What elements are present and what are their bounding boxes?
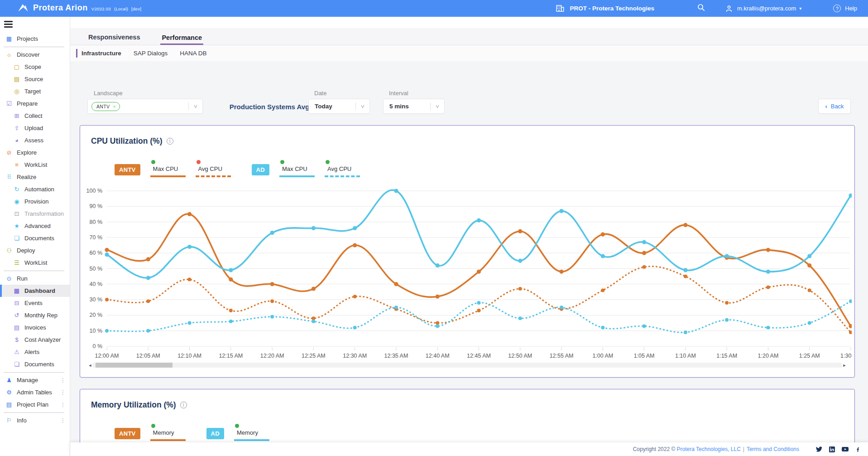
info-icon[interactable]: i xyxy=(167,138,173,145)
svg-text:70 %: 70 % xyxy=(90,234,103,241)
sidebar-item-label: Target xyxy=(24,88,41,95)
kebab-menu-icon[interactable]: ⋮ xyxy=(60,417,66,424)
sidebar-item-dashboard[interactable]: ▦Dashboard xyxy=(0,285,70,297)
sidebar-item-discover[interactable]: ☼Discover xyxy=(0,49,70,61)
sidebar-item-label: Transformation xyxy=(24,210,64,217)
subtab-infrastructure[interactable]: Infrastructure xyxy=(76,49,121,58)
sidebar-item-label: Advanced xyxy=(24,223,51,229)
sidebar-item-assess[interactable]: ◕Assess xyxy=(0,134,70,146)
sidebar-item-monthly-rep[interactable]: ↺Monthly Rep xyxy=(0,309,70,321)
legend-item[interactable]: Memory xyxy=(150,424,186,441)
sidebar-item-prepare[interactable]: ☑Prepare xyxy=(0,97,70,110)
legend-item[interactable]: Avg CPU xyxy=(325,160,360,177)
sidebar-item-label: WorkList xyxy=(24,259,47,266)
help-button[interactable]: ? Help xyxy=(833,5,857,12)
sidebar-item-projects[interactable]: ▦Projects xyxy=(0,32,70,45)
sidebar-item-admin-tables[interactable]: ⚙Admin Tables⋮ xyxy=(0,386,70,398)
svg-text:40 %: 40 % xyxy=(90,281,103,287)
sidebar-item-label: Manage xyxy=(17,377,38,383)
kebab-menu-icon[interactable]: ⋮ xyxy=(60,377,66,383)
date-select[interactable]: Today ∨ xyxy=(308,99,370,114)
gear-icon: ⚙ xyxy=(5,389,14,396)
menu-toggle-icon[interactable] xyxy=(0,17,70,32)
sidebar-item-invoices[interactable]: ▤Invoices xyxy=(0,321,70,334)
chevron-down-icon: ∨ xyxy=(354,103,372,109)
svg-text:12:10 AM: 12:10 AM xyxy=(177,353,201,359)
sidebar-item-documents-run[interactable]: ❏Documents xyxy=(0,358,70,370)
linkedin-icon[interactable] xyxy=(829,446,835,452)
copyright-text: Copyright 2022 © xyxy=(633,446,676,452)
legend-badge-ad: AD xyxy=(206,428,224,439)
sidebar-item-cost-analyzer[interactable]: $Cost Analyzer xyxy=(0,334,70,346)
sidebar-item-label: Source xyxy=(24,76,43,82)
tab-responsiveness[interactable]: Responsiveness xyxy=(87,34,141,45)
sidebar-item-project-plan[interactable]: ▤Project Plan⋮ xyxy=(0,398,70,411)
scrollbar-thumb[interactable] xyxy=(96,363,173,368)
eye-icon: ◉ xyxy=(12,198,21,205)
tab-performance[interactable]: Performance xyxy=(160,34,203,45)
target-icon: ◎ xyxy=(12,88,21,95)
sidebar-item-explore[interactable]: ⊘Explore xyxy=(0,146,70,159)
subtab-sap-dialogs[interactable]: SAP Dialogs xyxy=(134,49,168,58)
sidebar-item-worklist-explore[interactable]: ≡WorkList xyxy=(0,159,70,171)
clipboard-icon: ▤ xyxy=(5,401,14,408)
chevron-down-icon: ∨ xyxy=(187,103,205,109)
sidebar-item-label: Monthly Rep xyxy=(24,312,58,319)
sidebar-item-collect[interactable]: ⊞Collect xyxy=(0,110,70,122)
sidebar-item-run[interactable]: ⊙Run xyxy=(0,272,70,285)
dollar-icon: $ xyxy=(12,336,21,343)
sidebar-item-source[interactable]: ▤Source xyxy=(0,73,70,85)
sidebar-divider xyxy=(4,47,64,47)
sidebar-item-deploy[interactable]: ⚇Deploy xyxy=(0,244,70,257)
facebook-icon[interactable] xyxy=(855,446,861,452)
sidebar-item-transformation[interactable]: ⊡Transformation xyxy=(0,208,70,220)
sidebar-item-alerts[interactable]: ⚠Alerts xyxy=(0,346,70,358)
kebab-menu-icon[interactable]: ⋮ xyxy=(60,389,66,396)
sidebar-item-documents-realize[interactable]: ❏Documents xyxy=(0,232,70,244)
scroll-right-icon[interactable]: ► xyxy=(842,363,847,368)
svg-text:12:20 AM: 12:20 AM xyxy=(260,353,284,359)
twitter-icon[interactable] xyxy=(816,446,822,452)
back-button[interactable]: ‹ Back xyxy=(818,99,851,114)
svg-text:12:00 AM: 12:00 AM xyxy=(95,353,119,359)
sidebar-item-info[interactable]: ⚐Info⋮ xyxy=(0,414,70,427)
memory-chart-legend: ANTVMemoryADMemory xyxy=(115,424,269,441)
sidebar-item-scope[interactable]: ▢Scope xyxy=(0,61,70,73)
legend-item[interactable]: Avg CPU xyxy=(196,160,231,177)
youtube-icon[interactable] xyxy=(842,446,849,452)
sidebar-item-worklist-deploy[interactable]: ☰WorkList xyxy=(0,257,70,269)
date-label: Date xyxy=(314,90,326,97)
company-link[interactable]: Protera Technologies, LLC xyxy=(677,446,741,452)
svg-text:50 %: 50 % xyxy=(90,266,103,272)
sidebar-item-events[interactable]: ⊟Events xyxy=(0,297,70,309)
chevron-left-icon: ‹ xyxy=(825,103,827,110)
sidebar-item-upload[interactable]: ⇧Upload xyxy=(0,122,70,134)
sidebar-item-automation[interactable]: ↻Automation xyxy=(0,183,70,195)
svg-text:12:55 AM: 12:55 AM xyxy=(550,353,574,359)
sidebar-item-manage[interactable]: ♟Manage⋮ xyxy=(0,374,70,386)
sidebar-item-label: Cost Analyzer xyxy=(24,336,61,343)
scroll-left-icon[interactable]: ◄ xyxy=(87,363,93,368)
legend-label: Max CPU xyxy=(150,165,186,172)
search-icon[interactable] xyxy=(697,4,705,13)
user-menu[interactable]: m.krallis@protera.com ▾ xyxy=(725,5,801,12)
org-selector[interactable]: PROT - Protera Technologies xyxy=(556,5,654,12)
sidebar-item-provision[interactable]: ◉Provision xyxy=(0,195,70,208)
interval-select[interactable]: 5 mins ∨ xyxy=(383,99,445,114)
legend-item[interactable]: Max CPU xyxy=(279,160,315,177)
svg-text:80 %: 80 % xyxy=(90,219,103,225)
subtab-hana-db[interactable]: HANA DB xyxy=(180,49,206,58)
legend-line-sample xyxy=(325,175,360,177)
legend-item[interactable]: Memory xyxy=(234,424,269,441)
scrollbar-track[interactable] xyxy=(93,363,842,368)
info-icon[interactable]: i xyxy=(180,402,187,408)
sidebar-item-advanced[interactable]: ★Advanced xyxy=(0,220,70,232)
tag-remove-icon[interactable]: × xyxy=(113,104,116,109)
kebab-menu-icon[interactable]: ⋮ xyxy=(60,402,66,408)
terms-link[interactable]: Terms and Conditions xyxy=(747,446,799,452)
legend-item[interactable]: Max CPU xyxy=(150,160,186,177)
cpu-chart-plot[interactable]: 0 %10 %20 %30 %40 %50 %60 %70 %80 %90 %1… xyxy=(84,182,852,362)
landscape-select[interactable]: ANTV × ∨ xyxy=(87,99,203,114)
sidebar-item-target[interactable]: ◎Target xyxy=(0,85,70,97)
sidebar-item-realize[interactable]: ⠿Realize xyxy=(0,171,70,183)
